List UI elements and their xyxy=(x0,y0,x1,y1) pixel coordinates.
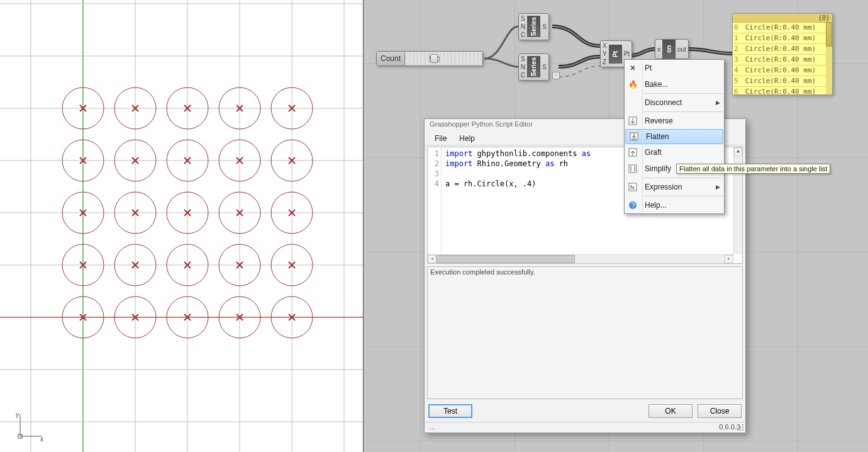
panel-row: 1 Circle(R:0.40 mm) xyxy=(733,33,832,44)
svg-text:?: ? xyxy=(632,202,635,209)
menu-item-disconnect[interactable]: Disconnect ▶ xyxy=(625,94,724,111)
slider-label: Count xyxy=(377,52,405,65)
scroll-left-icon[interactable]: ◂ xyxy=(428,255,437,263)
slider-track[interactable]: 5 ◊ xyxy=(405,52,482,65)
graft-modifier-icon[interactable]: ↑ xyxy=(552,72,560,79)
simplify-icon xyxy=(625,164,641,173)
parameter-context-menu[interactable]: ✕ Pt 🔥 Bake... Disconnect ▶ Reverse Flat… xyxy=(624,59,725,214)
submenu-arrow-icon: ▶ xyxy=(716,184,720,190)
status-left: ... xyxy=(430,423,435,431)
editor-statusbar: ... 0.6.0.3 xyxy=(425,422,745,432)
pt-output[interactable]: Pt xyxy=(622,49,632,59)
series-component-1[interactable]: S N C Series S xyxy=(518,13,549,40)
panel-row: 6 Circle(R:0.40 mm) xyxy=(733,87,832,95)
menu-file[interactable]: File xyxy=(428,133,453,144)
help-icon: ? xyxy=(625,201,641,210)
rhino-viewport[interactable]: x y xyxy=(0,0,364,452)
panel-row: 4 Circle(R:0.40 mm) xyxy=(733,65,832,76)
menu-item-pt[interactable]: ✕ Pt xyxy=(625,60,724,76)
python-inputs[interactable]: x xyxy=(655,45,662,54)
panel-row: 5 Circle(R:0.40 mm) xyxy=(733,76,832,87)
menu-item-flatten[interactable]: Flatten xyxy=(625,129,723,144)
svg-point-47 xyxy=(742,424,743,426)
editor-button-bar: Test OK Close xyxy=(425,400,745,422)
python-label: on xyxy=(662,40,676,59)
series1-inputs[interactable]: S N C xyxy=(519,14,527,40)
menu-help[interactable]: Help xyxy=(453,133,481,144)
editor-code[interactable]: import ghpythonlib.components as import … xyxy=(442,147,594,263)
svg-text:x: x xyxy=(40,436,43,443)
menu-item-bake[interactable]: 🔥 Bake... xyxy=(625,76,724,93)
menu-item-help[interactable]: ? Help... xyxy=(625,197,724,213)
panel-row: 2 Circle(R:0.40 mm) xyxy=(733,44,832,55)
svg-rect-56 xyxy=(629,165,637,172)
bake-icon: 🔥 xyxy=(625,80,641,89)
svg-text:y: y xyxy=(16,411,19,418)
grid-lines xyxy=(0,0,364,452)
output-panel[interactable]: {0} 0 Circle(R:0.40 mm) 1 Circle(R:0.40 … xyxy=(732,13,833,95)
pt-label: Pt xyxy=(609,45,622,64)
python-outputs[interactable]: out xyxy=(676,45,688,54)
series1-label: Series xyxy=(527,16,540,37)
series2-output[interactable]: S xyxy=(540,62,548,72)
expression-icon: fx xyxy=(625,183,641,191)
python-component[interactable]: x on out xyxy=(655,39,689,59)
reverse-icon xyxy=(625,116,641,125)
menu-item-graft[interactable]: Graft xyxy=(625,144,724,161)
resize-grip-icon[interactable] xyxy=(737,424,744,431)
count-slider[interactable]: Count 5 ◊ xyxy=(376,51,483,66)
editor-output: Execution completed successfully. xyxy=(427,266,743,399)
menu-item-reverse[interactable]: Reverse xyxy=(625,113,724,129)
panel-scrollbar[interactable] xyxy=(826,23,832,94)
menu-item-expression[interactable]: fx Expression ▶ xyxy=(625,179,724,195)
slider-handle[interactable] xyxy=(430,54,438,63)
editor-horizontal-scrollbar[interactable]: ◂ ▸ xyxy=(428,254,733,263)
scroll-right-icon[interactable]: ▸ xyxy=(725,255,733,263)
panel-row: 0 Circle(R:0.40 mm) xyxy=(733,23,832,33)
grasshopper-canvas[interactable]: Count 5 ◊ S N C Series S S N C Series S … xyxy=(364,0,868,452)
svg-point-50 xyxy=(737,429,738,431)
series2-inputs[interactable]: S N C xyxy=(519,54,527,80)
test-button[interactable]: Test xyxy=(428,404,472,418)
graft-icon xyxy=(625,148,641,157)
flatten-icon xyxy=(626,132,642,141)
svg-point-48 xyxy=(740,427,741,428)
cplane-axes-icon: x y xyxy=(14,411,45,443)
submenu-arrow-icon: ▶ xyxy=(716,99,720,106)
series-component-2[interactable]: S N C Series S xyxy=(518,54,549,81)
flatten-tooltip: Flatten all data in this parameter into … xyxy=(676,164,830,174)
point-icon: ✕ xyxy=(625,64,641,72)
editor-gutter: 1 2 3 4 xyxy=(428,147,442,263)
svg-point-52 xyxy=(742,429,743,431)
ok-button[interactable]: OK xyxy=(648,404,693,418)
panel-row: 3 Circle(R:0.40 mm) xyxy=(733,55,832,65)
close-button[interactable]: Close xyxy=(698,404,742,418)
panel-header: {0} xyxy=(733,14,832,23)
svg-text:fx: fx xyxy=(630,184,635,191)
svg-point-49 xyxy=(742,427,743,428)
series2-label: Series xyxy=(527,56,540,77)
pt-inputs[interactable]: X Y Z xyxy=(601,41,609,67)
svg-point-51 xyxy=(740,429,741,431)
series1-output[interactable]: S xyxy=(540,22,548,31)
